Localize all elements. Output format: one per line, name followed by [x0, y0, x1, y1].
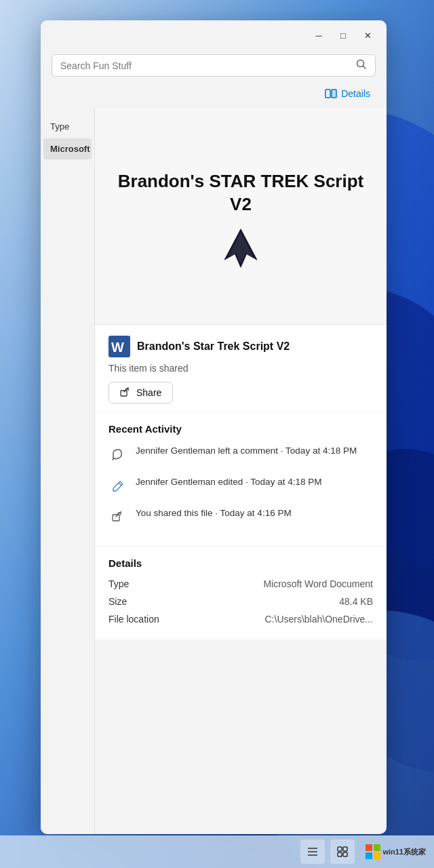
svg-line-13: [119, 483, 121, 486]
maximize-icon: □: [340, 31, 346, 41]
titlebar: ─ □ ✕: [41, 20, 387, 50]
nav-item-microsoft[interactable]: Microsoft: [43, 138, 92, 159]
svg-rect-20: [343, 847, 347, 851]
preview-title: Brandon's STAR TREK Script V2: [108, 170, 373, 216]
detail-row-type: Type Microsoft Word Document: [108, 578, 373, 589]
list-view-icon: [307, 846, 319, 858]
edit-activity-icon: [108, 477, 127, 496]
svg-rect-14: [113, 515, 119, 521]
grid-view-icon: [336, 846, 349, 858]
maximize-button[interactable]: □: [332, 26, 354, 45]
activity-text-share: You shared this file · Today at 4:16 PM: [136, 507, 292, 520]
search-input[interactable]: [60, 60, 351, 71]
share-button-label: Share: [136, 387, 161, 398]
site-watermark: win11系统家: [382, 847, 426, 857]
file-info-section: W Brandon's Star Trek Script V2 This ite…: [95, 325, 387, 412]
svg-rect-11: [121, 391, 127, 396]
svg-rect-7: [326, 90, 330, 98]
shared-status: This item is shared: [108, 363, 373, 374]
activity-text-comment: Jennifer Gentleman left a comment · Toda…: [136, 444, 357, 458]
svg-rect-21: [338, 852, 342, 856]
main-window: ─ □ ✕ Details: [41, 20, 387, 834]
minimize-icon: ─: [315, 31, 321, 41]
file-name: Brandon's Star Trek Script V2: [137, 340, 290, 353]
grid-view-button[interactable]: [330, 840, 355, 864]
left-nav: Type Microsoft: [41, 108, 95, 834]
list-view-button[interactable]: [300, 840, 325, 864]
activity-item-share: You shared this file · Today at 4:16 PM: [108, 507, 373, 527]
content-area: Type Microsoft Brandon's STAR TREK Scrip…: [41, 108, 387, 834]
detail-label-type: Type: [108, 578, 183, 589]
activity-text-edit: Jennifer Gentleman edited · Today at 4:1…: [136, 475, 321, 489]
svg-rect-19: [338, 847, 342, 851]
share-activity-icon: [108, 508, 127, 527]
detail-label-size: Size: [108, 596, 183, 607]
detail-value-type: Microsoft Word Document: [183, 578, 373, 589]
preview-area: Brandon's STAR TREK Script V2: [95, 108, 387, 325]
detail-row-location: File location C:\Users\blah\OneDrive...: [108, 614, 373, 625]
windows-logo-icon: [366, 844, 380, 859]
search-input-wrapper: [52, 54, 376, 77]
details-toggle-label: Details: [341, 88, 370, 99]
detail-row-size: Size 48.4 KB: [108, 596, 373, 607]
svg-rect-22: [343, 852, 347, 856]
close-button[interactable]: ✕: [357, 26, 378, 45]
detail-label-location: File location: [108, 614, 183, 625]
details-toggle-button[interactable]: Details: [319, 85, 376, 102]
details-section: Details Type Microsoft Word Document Siz…: [95, 547, 387, 639]
right-panel-wrapper: Brandon's STAR TREK Script V2 W: [95, 108, 387, 834]
close-icon: ✕: [364, 31, 372, 41]
file-title-row: W Brandon's Star Trek Script V2: [108, 336, 373, 357]
nav-item-type[interactable]: Type: [43, 116, 92, 137]
share-icon: [120, 387, 131, 398]
star-trek-logo-icon: [220, 228, 261, 269]
search-bar: [41, 50, 387, 82]
svg-rect-8: [332, 90, 336, 98]
activity-item-comment: Jennifer Gentleman left a comment · Toda…: [108, 444, 373, 465]
minimize-button[interactable]: ─: [308, 26, 330, 45]
details-section-title: Details: [108, 557, 373, 569]
word-file-icon: W: [108, 336, 130, 357]
bottom-taskbar: win11系统家: [0, 835, 434, 868]
svg-text:W: W: [111, 340, 124, 355]
detail-value-size: 48.4 KB: [183, 596, 373, 607]
win11-logo-area: win11系统家: [366, 844, 426, 859]
right-panel: Brandon's STAR TREK Script V2 W: [95, 108, 387, 639]
detail-value-location: C:\Users\blah\OneDrive...: [183, 614, 373, 625]
recent-activity-section: Recent Activity Jennifer Gentleman left …: [95, 412, 387, 547]
details-panel-icon: [325, 87, 337, 100]
details-toggle-row: Details: [41, 82, 387, 108]
recent-activity-title: Recent Activity: [108, 423, 373, 435]
svg-line-6: [363, 66, 366, 69]
comment-activity-icon: [108, 446, 127, 465]
search-icon: [356, 59, 367, 72]
share-button[interactable]: Share: [108, 382, 173, 403]
activity-item-edit: Jennifer Gentleman edited · Today at 4:1…: [108, 475, 373, 496]
